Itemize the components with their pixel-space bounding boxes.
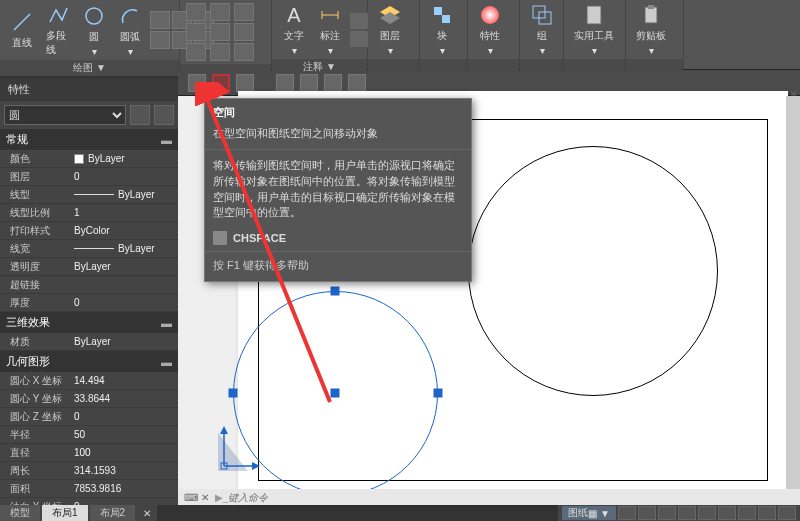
tab-layout2[interactable]: 布局2 xyxy=(90,505,136,521)
status-btn-6[interactable] xyxy=(718,506,736,520)
line-icon xyxy=(10,10,34,34)
status-bar: 图纸 ▦ ▼ xyxy=(558,505,800,521)
dim-button[interactable]: 标注▾ xyxy=(312,1,348,58)
chspace-button[interactable] xyxy=(212,74,230,92)
status-btn-8[interactable] xyxy=(758,506,776,520)
toolbtn-6[interactable] xyxy=(324,74,342,92)
toolbtn-7[interactable] xyxy=(348,74,366,92)
grip-right[interactable] xyxy=(434,389,443,398)
arc-icon xyxy=(118,4,142,28)
svg-point-1 xyxy=(86,8,102,24)
polyline-button[interactable]: 多段线 xyxy=(40,1,76,59)
svg-line-0 xyxy=(14,14,30,30)
section-3d[interactable]: 三维效果▬ xyxy=(0,312,178,333)
toolbtn-3[interactable] xyxy=(236,74,254,92)
grip-center[interactable] xyxy=(331,389,340,398)
layers-icon xyxy=(378,3,402,27)
arc-button[interactable]: 圆弧▾ xyxy=(112,2,148,59)
status-btn-3[interactable] xyxy=(658,506,676,520)
clipboard-icon xyxy=(639,3,663,27)
svg-rect-13 xyxy=(645,7,657,23)
status-btn-4[interactable] xyxy=(678,506,696,520)
tooltip-command: CHSPACE xyxy=(233,232,286,244)
props-icon xyxy=(478,3,502,27)
clip-button[interactable]: 剪贴板▾ xyxy=(630,1,672,58)
modify-grid[interactable] xyxy=(184,1,258,63)
tooltip-f1: 按 F1 键获得​​多帮助 xyxy=(205,254,471,281)
props-button[interactable]: 特性▾ xyxy=(472,1,508,58)
properties-title: 特性 xyxy=(0,78,178,101)
ribbon: 直线 多段线 圆▾ 圆弧▾ 绘图 ▼ A文字▾ 标注▾ 注释 ▼ 图层▾ 块▾ … xyxy=(0,0,800,70)
group-button[interactable]: 组▾ xyxy=(524,1,560,58)
vertical-scrollbar[interactable] xyxy=(786,96,800,489)
status-btn-7[interactable] xyxy=(738,506,756,520)
quickselect-button[interactable] xyxy=(130,105,150,125)
status-btn-1[interactable] xyxy=(618,506,636,520)
svg-rect-7 xyxy=(434,7,442,15)
status-btn-9[interactable] xyxy=(778,506,796,520)
group-icon xyxy=(530,3,554,27)
polyline-icon xyxy=(46,3,70,27)
tooltip-title: 空间 xyxy=(205,99,471,126)
panel-label-draw[interactable]: 绘图 ▼ xyxy=(0,60,179,76)
svg-marker-18 xyxy=(252,462,260,470)
space-toggle[interactable]: 图纸 ▦ ▼ xyxy=(562,506,616,520)
grip-left[interactable] xyxy=(229,389,238,398)
pickadd-button[interactable] xyxy=(154,105,174,125)
object-type-select[interactable]: 圆 xyxy=(4,105,126,125)
svg-rect-8 xyxy=(442,15,450,23)
dim-icon xyxy=(318,3,342,27)
util-button[interactable]: 实用工具▾ xyxy=(568,1,620,58)
layout-tabs: 模型 布局1 布局2 ✕ xyxy=(0,505,157,521)
status-btn-2[interactable] xyxy=(638,506,656,520)
svg-rect-14 xyxy=(648,5,654,9)
circle-icon xyxy=(82,4,106,28)
calc-icon xyxy=(582,3,606,27)
toolbtn-5[interactable] xyxy=(300,74,318,92)
properties-panel: 特性 圆 常规▬ 颜色ByLayer 图层0 线型ByLayer 线型比例1 打… xyxy=(0,78,178,505)
tooltip-chspace: 空间 在​​型空间和图纸空间之间移动对象 将对​​传输到图纸空间时，用户单击的源… xyxy=(204,98,472,282)
tooltip-subtitle: 在​​型空间和图纸空间之间移动对象 xyxy=(205,126,471,147)
svg-rect-12 xyxy=(587,6,601,24)
svg-marker-17 xyxy=(220,426,228,434)
cmd-icon xyxy=(213,231,227,245)
block-button[interactable]: 块▾ xyxy=(424,1,460,58)
model-circle[interactable] xyxy=(468,146,718,396)
line-button[interactable]: 直线 xyxy=(4,8,40,52)
layer-button[interactable]: 图层▾ xyxy=(372,1,408,58)
properties-list[interactable]: 常规▬ 颜色ByLayer 图层0 线型ByLayer 线型比例1 打印样式By… xyxy=(0,129,178,505)
tooltip-body: 将对​​传输到图纸空间时，用户单击的源视口将确定所传输对象在图纸​​间中的位置。… xyxy=(205,152,471,227)
section-geom[interactable]: 几何图形▬ xyxy=(0,351,178,372)
svg-point-9 xyxy=(481,6,499,24)
ucs-icon xyxy=(220,426,260,471)
toolbtn-4[interactable] xyxy=(276,74,294,92)
tab-model[interactable]: 模型 xyxy=(0,505,40,521)
section-general[interactable]: 常规▬ xyxy=(0,129,178,150)
command-input[interactable] xyxy=(228,492,800,503)
circle-button[interactable]: 圆▾ xyxy=(76,2,112,59)
status-btn-5[interactable] xyxy=(698,506,716,520)
text-icon: A xyxy=(282,3,306,27)
grip-top[interactable] xyxy=(331,287,340,296)
command-line[interactable]: ⌨ ✕ ▶_ xyxy=(178,489,800,505)
text-button[interactable]: A文字▾ xyxy=(276,1,312,58)
add-layout-button[interactable]: ✕ xyxy=(137,508,157,519)
block-icon xyxy=(430,3,454,27)
toolbtn-1[interactable] xyxy=(188,74,206,92)
tab-layout1[interactable]: 布局1 xyxy=(42,505,88,521)
